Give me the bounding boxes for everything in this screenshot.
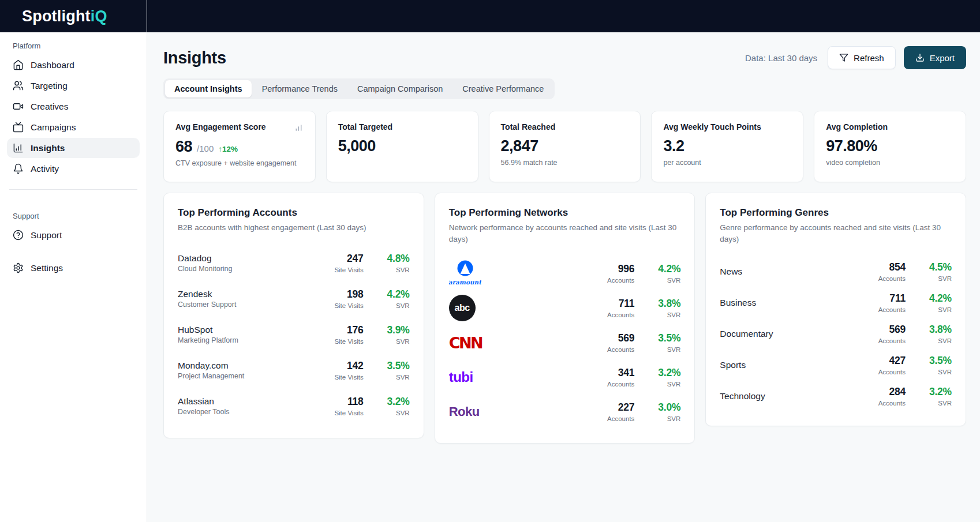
sidebar-item-label: Activity xyxy=(31,164,59,174)
accounts-list: Datadog Cloud Monitoring 247 Site Visits… xyxy=(178,245,410,424)
networks-panel-subtitle: Network performance by accounts reached … xyxy=(449,222,681,245)
svr-value: 3.5% xyxy=(918,355,952,367)
sidebar-divider xyxy=(9,189,137,190)
brand-logo[interactable]: SpotlightiQ xyxy=(0,0,147,32)
kpi-caption: video completion xyxy=(826,159,954,167)
metric-label: Accounts xyxy=(872,306,906,313)
account-row-datadog: Datadog Cloud Monitoring 247 Site Visits… xyxy=(178,245,410,281)
metric-primary: 569 Accounts xyxy=(601,332,634,353)
tab-account-insights[interactable]: Account Insights xyxy=(165,80,252,97)
row-metrics: 996 Accounts 4.2% SVR xyxy=(601,263,680,284)
metric-value: 176 xyxy=(330,324,364,336)
sidebar-item-support[interactable]: Support xyxy=(7,225,140,245)
metric-value: 569 xyxy=(872,324,906,336)
kpi-value: 68 xyxy=(175,138,192,156)
account-identity: Atlassian Developer Tools xyxy=(178,396,229,416)
svr-label: SVR xyxy=(918,306,952,313)
sidebar-item-label: Settings xyxy=(31,263,63,273)
bar-chart-icon xyxy=(294,122,304,132)
metric-value: 996 xyxy=(601,263,634,275)
sidebar-item-label: Support xyxy=(31,230,62,241)
kpi-card-avg-engagement-score: Avg Engagement Score 68 /100 ↑12% CTV ex… xyxy=(163,111,316,182)
account-category: Cloud Monitoring xyxy=(178,265,233,273)
svr-value: 3.5% xyxy=(376,360,410,372)
metric-primary: 176 Site Visits xyxy=(330,324,364,345)
metric-svr: 3.8% SVR xyxy=(918,324,952,344)
sidebar-item-creatives[interactable]: Creatives xyxy=(7,96,140,117)
kpi-value: 2,847 xyxy=(501,137,538,155)
svr-value: 4.2% xyxy=(647,263,680,275)
sidebar-section-support-label: Support xyxy=(7,212,140,220)
sidebar-item-label: Campaigns xyxy=(31,122,76,133)
top-networks-panel: Top Performing Networks Network performa… xyxy=(435,193,695,444)
tv-icon xyxy=(13,122,24,133)
metric-label: Site Visits xyxy=(330,266,364,273)
kpi-card-avg-weekly-touch-points: Avg Weekly Touch Points 3.2 per account xyxy=(651,111,803,182)
sidebar-nav-platform: Dashboard Targeting Creatives Campaigns … xyxy=(7,55,140,179)
row-metrics: 227 Accounts 3.0% SVR xyxy=(601,401,680,422)
metric-svr: 3.8% SVR xyxy=(647,298,680,318)
metric-svr: 4.2% SVR xyxy=(918,292,952,313)
sidebar-item-campaigns[interactable]: Campaigns xyxy=(7,117,140,137)
account-name: Atlassian xyxy=(178,396,229,407)
svr-label: SVR xyxy=(918,275,952,282)
metric-primary: 569 Accounts xyxy=(872,324,906,344)
paramount-plus-logo: Paramount+ xyxy=(449,260,481,287)
data-range-label: Data: Last 30 days xyxy=(745,53,817,63)
sidebar-section-platform-label: Platform xyxy=(7,42,140,50)
metric-primary: 198 Site Visits xyxy=(330,288,364,309)
sidebar-item-targeting[interactable]: Targeting xyxy=(7,76,140,96)
sidebar-item-label: Dashboard xyxy=(31,60,74,70)
account-category: Customer Support xyxy=(178,301,236,309)
metric-svr: 3.2% SVR xyxy=(647,367,680,388)
sidebar-item-insights[interactable]: Insights xyxy=(7,138,140,158)
row-metrics: 118 Site Visits 3.2% SVR xyxy=(330,396,410,416)
account-category: Marketing Platform xyxy=(178,336,238,344)
metric-label: Accounts xyxy=(872,369,906,375)
metric-primary: 711 Accounts xyxy=(872,292,906,313)
refresh-button[interactable]: Refresh xyxy=(828,46,896,69)
bell-icon xyxy=(13,163,24,174)
metric-value: 198 xyxy=(330,288,364,301)
metric-svr: 4.2% SVR xyxy=(647,263,680,284)
kpi-title: Avg Engagement Score xyxy=(175,122,266,132)
sidebar-nav-support: Support xyxy=(7,225,140,245)
row-metrics: 341 Accounts 3.2% SVR xyxy=(601,367,680,388)
svr-label: SVR xyxy=(647,381,680,388)
tab-campaign-comparison[interactable]: Campaign Comparison xyxy=(348,80,452,97)
tab-creative-performance[interactable]: Creative Performance xyxy=(453,80,553,97)
account-category: Developer Tools xyxy=(178,408,229,416)
metric-svr: 3.2% SVR xyxy=(376,396,410,416)
brand-primary: Spotlight xyxy=(22,7,91,25)
metric-primary: 996 Accounts xyxy=(601,263,634,284)
sidebar-item-dashboard[interactable]: Dashboard xyxy=(7,55,140,75)
panels-row: Top Performing Accounts B2B accounts wit… xyxy=(163,193,966,444)
network-row-tubi: tubi 341 Accounts 3.2% SVR xyxy=(449,360,681,395)
sidebar-nav-settings: Settings xyxy=(7,258,140,278)
sidebar-item-activity[interactable]: Activity xyxy=(7,159,140,179)
app-root: SpotlightiQ Platform Dashboard Targeting… xyxy=(0,0,980,522)
row-metrics: 711 Accounts 3.8% SVR xyxy=(601,298,680,318)
metric-label: Accounts xyxy=(601,346,634,353)
sidebar-item-label: Creatives xyxy=(31,102,68,112)
genre-row-documentary: Documentary 569 Accounts 3.8% SVR xyxy=(720,318,952,350)
brand-accent: iQ xyxy=(91,7,107,25)
cnn-logo: CNN xyxy=(449,334,482,352)
abc-logo: abc xyxy=(449,295,476,321)
tab-performance-trends[interactable]: Performance Trends xyxy=(253,80,347,97)
metric-primary: 854 Accounts xyxy=(872,261,906,282)
svr-value: 3.2% xyxy=(647,367,680,379)
sidebar-item-settings[interactable]: Settings xyxy=(7,258,140,278)
svr-label: SVR xyxy=(376,338,410,345)
export-button[interactable]: Export xyxy=(904,46,966,69)
body-layout: Platform Dashboard Targeting Creatives C… xyxy=(0,32,980,522)
metric-svr: 3.2% SVR xyxy=(918,386,952,407)
networks-list: Paramount+ 996 Accounts 4.2% SVR abc 711… xyxy=(449,256,681,429)
kpi-title: Total Reached xyxy=(501,122,556,132)
page-title: Insights xyxy=(163,48,226,67)
refresh-button-label: Refresh xyxy=(854,53,884,63)
top-accounts-panel: Top Performing Accounts B2B accounts wit… xyxy=(163,193,424,438)
kpi-delta-up: ↑12% xyxy=(218,145,238,153)
metric-value: 227 xyxy=(601,401,634,414)
metric-svr: 3.9% SVR xyxy=(376,324,410,345)
